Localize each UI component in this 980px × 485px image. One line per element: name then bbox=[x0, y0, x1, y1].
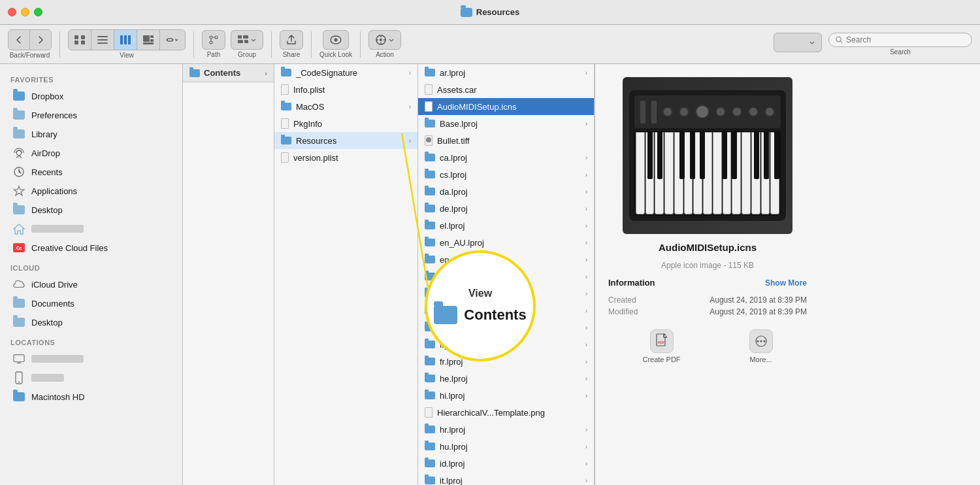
sidebar-item-phone[interactable] bbox=[3, 369, 180, 387]
col3-item-el-lproj[interactable]: el.lproj› bbox=[418, 217, 594, 234]
search-input[interactable] bbox=[846, 35, 965, 44]
col3-item-base-lproj[interactable]: Base.lproj› bbox=[418, 115, 594, 132]
sidebar-item-desktop[interactable]: Desktop bbox=[3, 201, 180, 219]
col3-item-id-lproj[interactable]: id.lproj› bbox=[418, 455, 594, 472]
back-button[interactable] bbox=[8, 30, 30, 50]
col-arrow: › bbox=[409, 69, 411, 76]
desktop-icloud-icon bbox=[13, 316, 25, 328]
created-label: Created bbox=[608, 295, 636, 305]
col3-item-bullet-tiff[interactable]: Bullet.tiff bbox=[418, 132, 594, 149]
col2-item-macos[interactable]: MacOS› bbox=[274, 98, 417, 115]
path-button[interactable] bbox=[202, 30, 225, 50]
kb-slider-1 bbox=[640, 101, 645, 124]
magnify-folder-icon bbox=[434, 306, 457, 324]
gallery-view-button[interactable] bbox=[137, 30, 160, 50]
sidebar-item-library[interactable]: Library bbox=[3, 125, 180, 143]
col2-item-versionplist[interactable]: version.plist bbox=[274, 149, 417, 166]
sidebar-item-creative-cloud[interactable]: Cc Creative Cloud Files bbox=[3, 239, 180, 257]
keyboard-keys bbox=[634, 131, 781, 216]
column-view-button[interactable] bbox=[114, 30, 137, 50]
col-item-label: Bullet.tiff bbox=[437, 136, 470, 146]
sidebar-item-airdrop[interactable]: AirDrop bbox=[3, 144, 180, 162]
title-bar: Resources bbox=[0, 0, 980, 25]
dropbox-icon bbox=[13, 90, 25, 102]
col3-item-fr-lproj[interactable]: fr.lproj› bbox=[418, 353, 594, 370]
modified-label: Modified bbox=[608, 307, 638, 316]
location-dropdown[interactable] bbox=[774, 33, 822, 52]
col-item-label: ca.lproj bbox=[440, 153, 467, 163]
toolbar-separator-4 bbox=[311, 31, 312, 58]
col3-item-it-lproj[interactable]: it.lproj› bbox=[418, 472, 594, 485]
col-item-label: HierarchicalV...Template.png bbox=[437, 408, 545, 418]
col-arrow: › bbox=[585, 307, 587, 314]
maximize-button[interactable] bbox=[34, 8, 42, 16]
col-arrow: › bbox=[585, 375, 587, 382]
folder-icon bbox=[425, 392, 435, 399]
col3-item-hr-lproj[interactable]: hr.lproj› bbox=[418, 421, 594, 438]
show-more-link[interactable]: Show More bbox=[765, 278, 807, 288]
col-item-label: en_AU.lproj bbox=[440, 238, 484, 248]
sidebar-item-desktop-icloud[interactable]: Desktop bbox=[3, 313, 180, 331]
kb-knob-2 bbox=[679, 107, 689, 117]
keyboard-top-controls bbox=[634, 95, 781, 128]
kb-knob-1 bbox=[662, 107, 673, 117]
col3-item-ar-lproj[interactable]: ar.lproj› bbox=[418, 64, 594, 81]
list-view-button[interactable] bbox=[91, 30, 114, 50]
col3-item-he-lproj[interactable]: he.lproj› bbox=[418, 370, 594, 387]
white-key bbox=[751, 132, 760, 214]
search-input-wrap[interactable] bbox=[828, 33, 972, 47]
sidebar-item-preferences[interactable]: Preferences bbox=[3, 106, 180, 124]
kb-knob-5 bbox=[748, 107, 759, 117]
sidebar-item-recents[interactable]: Recents bbox=[3, 163, 180, 181]
applications-icon bbox=[13, 185, 25, 197]
col2-item-codesignature[interactable]: _CodeSignature› bbox=[274, 64, 417, 81]
svg-text:PDF: PDF bbox=[658, 341, 664, 344]
col3-item-hi-lproj[interactable]: hi.lproj› bbox=[418, 387, 594, 404]
col3-item-hu-lproj[interactable]: hu.lproj› bbox=[418, 438, 594, 455]
svg-rect-19 bbox=[238, 35, 242, 39]
col3-item-da-lproj[interactable]: da.lproj› bbox=[418, 183, 594, 200]
sidebar-item-home[interactable] bbox=[3, 220, 180, 238]
sidebar-item-applications[interactable]: Applications bbox=[3, 182, 180, 200]
col3-item-en-au-lproj[interactable]: en_AU.lproj› bbox=[418, 234, 594, 251]
col3-item-cs-lproj[interactable]: cs.lproj› bbox=[418, 166, 594, 183]
sidebar-item-dropbox[interactable]: Dropbox bbox=[3, 87, 180, 105]
col3-item-hierarchical-template[interactable]: HierarchicalV...Template.png bbox=[418, 404, 594, 421]
create-pdf-button[interactable]: PDF Create PDF bbox=[642, 329, 680, 363]
sidebar-item-documents[interactable]: Documents bbox=[3, 294, 180, 312]
action-button[interactable] bbox=[368, 30, 401, 50]
col3-item-audiomidisetup[interactable]: AudioMIDISetup.icns bbox=[418, 98, 594, 115]
minimize-button[interactable] bbox=[21, 8, 29, 16]
svg-rect-13 bbox=[143, 42, 154, 44]
svg-rect-4 bbox=[97, 36, 108, 37]
more-icon bbox=[749, 329, 773, 353]
desktop-icon bbox=[13, 204, 25, 216]
svg-point-37 bbox=[18, 382, 20, 383]
file-icon bbox=[281, 152, 289, 163]
documents-icon bbox=[13, 297, 25, 309]
col3-item-ca-lproj[interactable]: ca.lproj› bbox=[418, 149, 594, 166]
svg-rect-0 bbox=[74, 35, 78, 39]
col2-item-infoplist[interactable]: Info.plist bbox=[274, 81, 417, 98]
col3-item-assets-car[interactable]: Assets.car bbox=[418, 81, 594, 98]
preview-panel: AudioMIDISetup.icns Apple icon image - 1… bbox=[595, 64, 820, 485]
toolbar-separator-3 bbox=[271, 31, 272, 58]
svg-rect-6 bbox=[97, 42, 108, 44]
col2-item-pkginfo[interactable]: PkgInfo bbox=[274, 115, 417, 132]
sidebar-item-monitor[interactable] bbox=[3, 350, 180, 368]
close-button[interactable] bbox=[8, 8, 16, 16]
col-arrow: › bbox=[585, 256, 587, 263]
more-button[interactable]: More... bbox=[749, 329, 773, 363]
col2-item-resources[interactable]: Resources› bbox=[274, 132, 417, 149]
view-options-button[interactable] bbox=[160, 30, 185, 50]
group-button[interactable] bbox=[231, 30, 263, 50]
forward-button[interactable] bbox=[30, 30, 51, 50]
svg-point-41 bbox=[760, 341, 762, 343]
sidebar-item-macintosh-hd[interactable]: Macintosh HD bbox=[3, 388, 180, 406]
sidebar-item-icloud-drive[interactable]: iCloud Drive bbox=[3, 275, 180, 293]
icon-view-button[interactable] bbox=[69, 30, 91, 50]
col3-item-de-lproj[interactable]: de.lproj› bbox=[418, 200, 594, 217]
share-button[interactable] bbox=[280, 30, 303, 50]
tiff-icon bbox=[425, 135, 433, 146]
quicklook-button[interactable] bbox=[323, 30, 349, 50]
